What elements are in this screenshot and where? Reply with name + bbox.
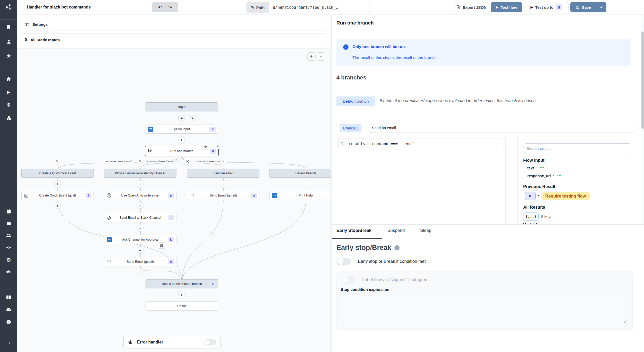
static-inputs-bar[interactable]: $ All Static Inputs (21, 34, 327, 46)
prop-row-response-url[interactable]: response_url:"" (527, 174, 561, 178)
move-step-icon[interactable] (202, 143, 208, 150)
prop-row-text[interactable]: text:"" (527, 166, 544, 170)
docs-book-icon[interactable] (0, 292, 17, 302)
zoom-in-button[interactable]: + (307, 52, 316, 61)
redo-icon[interactable]: ↷ (168, 5, 172, 10)
add-step-icon[interactable]: + (137, 181, 143, 187)
node-openai-write-email[interactable]: Use Open AI to write email p (104, 191, 176, 200)
path-value[interactable]: u/henricourdent/flow_slack_1 (269, 2, 370, 13)
save-button[interactable]: Save (571, 5, 596, 10)
typescript-icon: TS (272, 193, 277, 198)
node-print-help[interactable]: TS Print Help (269, 191, 331, 200)
add-step-icon[interactable]: + (303, 181, 309, 187)
suspend-phone-icon[interactable]: ☎ (158, 242, 165, 249)
test-up-to-button[interactable]: ▶ Test up to d (524, 2, 569, 12)
node-result-of-branch[interactable]: Result of the chosen branch d (146, 279, 218, 288)
add-step-icon[interactable]: + (137, 225, 143, 231)
editor-current-line[interactable]: 1 results.c.command === 'send' (338, 140, 504, 148)
delete-step-icon[interactable]: × (215, 143, 221, 149)
branch-header-gcal[interactable]: Create a Quick Gcal Event (21, 169, 94, 178)
zoom-out-button[interactable]: − (317, 52, 325, 61)
workers-robot-icon[interactable] (0, 267, 17, 277)
add-branch-icon[interactable] (184, 158, 191, 165)
node-send-email-gmail-2[interactable]: Send Email (gmail) o (104, 257, 176, 266)
discord-icon[interactable] (0, 305, 17, 315)
node-result[interactable]: Result (146, 301, 218, 310)
export-json-button[interactable]: Export JSON (454, 2, 489, 12)
test-flow-button[interactable]: ▶ Test flow (491, 2, 522, 12)
remove-branch-icon[interactable]: × (54, 158, 60, 164)
info-callout-title: Only one branch will be run (352, 44, 405, 49)
path-field[interactable]: ✎ Path u/henricourdent/flow_slack_1 (247, 2, 370, 13)
error-handler-bar[interactable]: Error handler (123, 336, 221, 348)
branch-header-email-ai[interactable]: Write an email generated by Open AI (104, 169, 176, 178)
add-step-icon[interactable]: + (137, 268, 143, 275)
node-send-email-gmail[interactable]: Send Email (gmail) u (187, 191, 259, 200)
folders-icon[interactable] (0, 218, 17, 228)
info-icon[interactable]: i (394, 245, 400, 250)
step-panel-header: Run one branch (332, 14, 641, 33)
add-step-icon[interactable]: + (178, 115, 185, 121)
branch-header-send-email[interactable]: Send an email (187, 169, 259, 178)
typescript-icon: TS (107, 237, 112, 242)
branch-1-badge[interactable]: Branch 1 (340, 124, 361, 132)
tab-early-stop-break[interactable]: Early Stop/Break (336, 228, 371, 233)
scrollbar-thumb[interactable] (641, 31, 644, 129)
windmill-logo[interactable] (0, 0, 17, 14)
remove-branch-icon[interactable]: × (220, 158, 226, 164)
groups-users-icon[interactable] (0, 230, 17, 241)
add-step-icon[interactable]: + (178, 136, 185, 143)
branch-header-default[interactable]: Default Branch (269, 169, 331, 178)
node-ask-channel-approval[interactable]: TS Ask Channel for Approval k (104, 235, 176, 244)
panel-resizer[interactable] (331, 14, 332, 352)
step-u-badge[interactable]: u (525, 192, 536, 200)
schedules-calendar-icon[interactable] (0, 206, 17, 217)
label-skipped-toggle[interactable] (341, 276, 355, 284)
workspace-icon[interactable] (0, 22, 17, 32)
trigger-lightning-icon[interactable] (189, 115, 196, 121)
undo-icon[interactable]: ↶ (158, 5, 162, 10)
home-icon[interactable] (0, 74, 17, 84)
favorites-star-icon[interactable]: ★ (0, 51, 17, 61)
step-id-badge: d (210, 149, 216, 154)
user-icon[interactable] (0, 36, 17, 47)
settings-bar[interactable]: Settings (21, 18, 327, 30)
predicate-code-editor[interactable]: 1 results.c.command === 'send' (337, 138, 506, 223)
add-step-icon[interactable]: + (178, 291, 185, 298)
advanced-settings-panel: Early Stop/Break Suspend Sleep Early sto… (332, 224, 644, 352)
error-handler-toggle[interactable] (204, 339, 216, 345)
stop-condition-textarea[interactable] (341, 293, 628, 325)
remove-branch-icon[interactable]: × (137, 158, 143, 164)
audit-eye-icon[interactable] (0, 242, 17, 253)
settings-gear-icon[interactable]: ⚙ (0, 255, 17, 265)
step-detail-panel: Run one branch i Only one branch will be… (332, 14, 644, 224)
save-dropdown-button[interactable] (596, 2, 606, 12)
collapse-arrow-icon[interactable]: → (0, 337, 17, 347)
search-prop-input[interactable] (523, 143, 631, 153)
variables-dollar-icon[interactable]: $ (0, 100, 17, 110)
add-step-icon[interactable]: + (54, 181, 61, 187)
keys-count: 8 keys (541, 214, 553, 219)
object-expand-badge[interactable]: {...} (523, 212, 539, 221)
runs-play-icon[interactable]: ▶ (0, 87, 17, 97)
node-create-quick-event[interactable]: 31 Create Quick Event (gcal) t (21, 191, 94, 200)
node-send-email-slack[interactable]: Send Email to Slack Channel r (104, 213, 176, 222)
sidebar-divider (0, 68, 17, 68)
add-step-icon[interactable]: + (137, 247, 143, 253)
tab-suspend[interactable]: Suspend (387, 228, 405, 233)
flow-title-input[interactable] (23, 2, 147, 12)
node-parse-input[interactable]: TS parse input c (146, 125, 218, 134)
early-stop-toggle[interactable] (336, 258, 351, 265)
github-icon[interactable] (0, 317, 17, 327)
add-step-icon[interactable]: + (220, 181, 226, 187)
dollar-icon: $ (25, 37, 27, 42)
default-branch-badge[interactable]: Default branch (336, 96, 375, 106)
branch-label: Write an email generated by Open AI (115, 171, 166, 175)
node-input[interactable]: Input (146, 102, 218, 111)
tab-sleep[interactable]: Sleep (420, 228, 431, 233)
resources-cubes-icon[interactable] (0, 113, 17, 123)
add-step-icon[interactable]: + (54, 202, 61, 209)
scrollbar-track[interactable] (641, 14, 644, 224)
branch-1-name-input[interactable] (369, 123, 635, 133)
add-step-icon[interactable]: + (137, 202, 143, 209)
